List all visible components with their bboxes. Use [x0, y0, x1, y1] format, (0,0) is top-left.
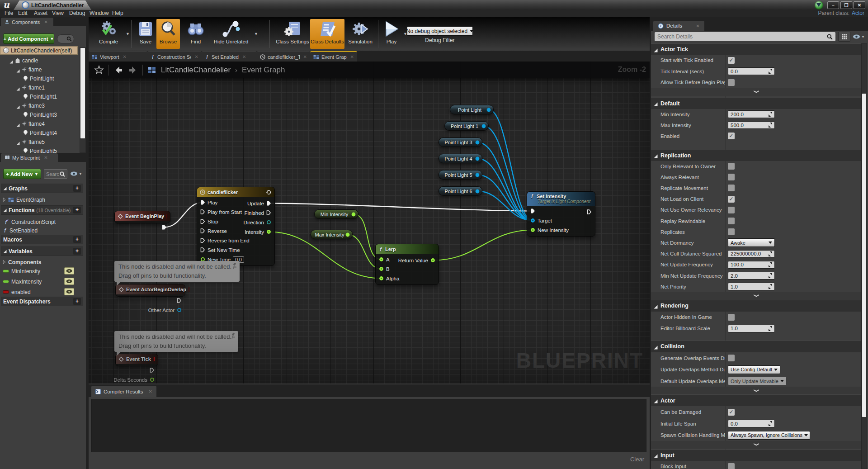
chevron-down-icon[interactable]: ▼: [126, 32, 130, 36]
menu-asset[interactable]: Asset: [34, 10, 47, 17]
section-functions[interactable]: Functions(18 Overridable)+: [1, 205, 83, 215]
node-minint[interactable]: Min Intensity: [314, 209, 359, 219]
checkbox[interactable]: [728, 314, 735, 321]
close-button[interactable]: ✕: [854, 1, 865, 9]
event-graph-canvas[interactable]: BLUEPRINT Point LightPoint Light 1Point …: [89, 62, 650, 384]
add-macros-button[interactable]: +: [73, 236, 81, 243]
pin-Alpha[interactable]: [379, 276, 384, 281]
tab-set-enabled[interactable]: fSet Enabled✕: [202, 51, 257, 62]
tab-viewport[interactable]: Viewport✕: [89, 51, 147, 62]
menu-view[interactable]: View: [52, 10, 64, 17]
section-graphs[interactable]: Graphs+: [1, 184, 83, 193]
pin-Delta Seconds[interactable]: [150, 377, 155, 382]
section-variables[interactable]: Variables+: [1, 246, 83, 256]
number-input[interactable]: 1.0: [728, 325, 775, 332]
advanced-expander[interactable]: [651, 88, 861, 96]
expand-arrow-icon[interactable]: [16, 104, 20, 108]
checkbox[interactable]: [728, 185, 735, 191]
node-lerp[interactable]: fLerpABAlphaReturn Value: [375, 244, 439, 285]
checkbox[interactable]: [728, 174, 735, 180]
toolbar-save-button[interactable]: Save: [134, 19, 157, 49]
expand-arrow-icon[interactable]: [16, 86, 20, 90]
toolbar-class-settings-button[interactable]: Class Settings: [275, 19, 310, 49]
item-eventgraph[interactable]: EventGraph: [3, 195, 83, 204]
node-setintensity[interactable]: fSet IntensityTarget is Light ComponentT…: [527, 191, 595, 237]
toolbar-simulation-button[interactable]: Simulation: [346, 19, 374, 49]
toolbar-hide-unrelated-button[interactable]: Hide Unrelated: [209, 19, 253, 49]
tree-item-flame5[interactable]: flame5: [0, 137, 80, 146]
visibility-filter-button[interactable]: ▼: [70, 170, 84, 177]
advanced-expander[interactable]: [651, 441, 861, 449]
tree-item-candle[interactable]: candle: [0, 56, 80, 65]
pin-Update[interactable]: [266, 201, 271, 206]
add-functions-button[interactable]: +: [73, 207, 81, 213]
pin-Finished[interactable]: [266, 210, 271, 215]
expand-arrow-icon[interactable]: [16, 122, 20, 126]
details-section-actor-tick[interactable]: Actor Tick: [651, 43, 861, 55]
details-section-actor[interactable]: Actor: [651, 394, 861, 406]
expand-arrow-icon[interactable]: [9, 59, 13, 62]
pin-out[interactable]: [177, 298, 182, 303]
breadcrumb-root[interactable]: LitCandleChandelier: [161, 66, 231, 75]
pin-Stop[interactable]: [200, 219, 205, 224]
checkbox[interactable]: ✓: [728, 409, 735, 416]
node-beginplay[interactable]: Event BeginPlay: [114, 211, 170, 223]
checkbox[interactable]: ✓: [728, 57, 735, 64]
details-section-input[interactable]: Input: [651, 450, 861, 461]
menu-help[interactable]: Help: [112, 10, 123, 17]
debug-object-select[interactable]: No debug object selected: [407, 26, 473, 36]
pin-Other Actor[interactable]: [177, 308, 182, 313]
details-view-options-button[interactable]: ▼: [853, 33, 866, 41]
variable-visibility-toggle[interactable]: [64, 278, 74, 285]
property-matrix-button[interactable]: [838, 32, 850, 42]
node-pl3[interactable]: Point Light 4: [439, 154, 482, 163]
add-event-dispatchers-button[interactable]: +: [73, 298, 81, 305]
pin-Reverse from End[interactable]: [200, 238, 205, 243]
item-constructionscript[interactable]: fConstructionScript: [3, 218, 83, 226]
variable-visibility-toggle[interactable]: [64, 267, 74, 275]
item-components[interactable]: Components: [3, 258, 83, 266]
checkbox[interactable]: [728, 463, 735, 469]
checkbox[interactable]: [728, 228, 735, 235]
pin-Target[interactable]: [530, 218, 535, 223]
pin-Intensity[interactable]: [266, 229, 271, 234]
close-icon[interactable]: ✕: [242, 54, 246, 59]
number-input[interactable]: 200.0: [728, 110, 775, 118]
close-icon[interactable]: ✕: [123, 54, 127, 59]
checkbox[interactable]: [728, 79, 735, 86]
menu-edit[interactable]: Edit: [18, 10, 28, 17]
add-variables-button[interactable]: +: [73, 248, 81, 255]
checkbox[interactable]: ✓: [728, 196, 735, 203]
toolbar-browse-button[interactable]: Browse: [156, 19, 180, 49]
myblueprint-search-input[interactable]: Searc: [44, 169, 67, 179]
details-section-rendering[interactable]: Rendering: [651, 300, 861, 312]
section-macros[interactable]: Macros+: [1, 235, 83, 244]
pin-in[interactable]: [530, 208, 535, 213]
tab-construction-scrip[interactable]: fConstruction Scrip✕: [147, 51, 202, 62]
close-icon[interactable]: ✕: [350, 54, 354, 59]
pin-output[interactable]: [475, 140, 480, 145]
maximize-button[interactable]: ❐: [840, 1, 852, 9]
menu-debug[interactable]: Debug: [69, 10, 85, 17]
tree-item-pointlight[interactable]: PointLight: [0, 74, 80, 83]
tab-my-blueprint[interactable]: My Blueprint✕: [1, 153, 58, 162]
tab-details[interactable]: i Details✕: [653, 21, 704, 31]
node-pl1[interactable]: Point Light 1: [444, 121, 489, 131]
pin-Reverse[interactable]: [200, 228, 205, 233]
pin-A[interactable]: [379, 257, 384, 262]
menu-window[interactable]: Window: [90, 10, 109, 17]
tree-item-flame[interactable]: flame: [0, 65, 80, 74]
pin-out[interactable]: [162, 225, 167, 230]
menu-file[interactable]: File: [5, 10, 13, 17]
checkbox[interactable]: [728, 207, 735, 213]
number-input[interactable]: 100.0: [728, 261, 775, 269]
tree-item-flame3[interactable]: flame3: [0, 101, 80, 110]
node-pl4[interactable]: Point Light 5: [439, 170, 482, 180]
variable-visibility-toggle[interactable]: [64, 288, 74, 295]
collapsed-arrow-icon[interactable]: [3, 197, 6, 203]
details-section-collision[interactable]: Collision: [651, 341, 861, 352]
number-input[interactable]: 225000000.0: [728, 250, 775, 258]
toolbar-find-button[interactable]: Find: [184, 19, 207, 49]
expand-arrow-icon[interactable]: [16, 68, 20, 71]
pin-output[interactable]: [475, 173, 480, 177]
